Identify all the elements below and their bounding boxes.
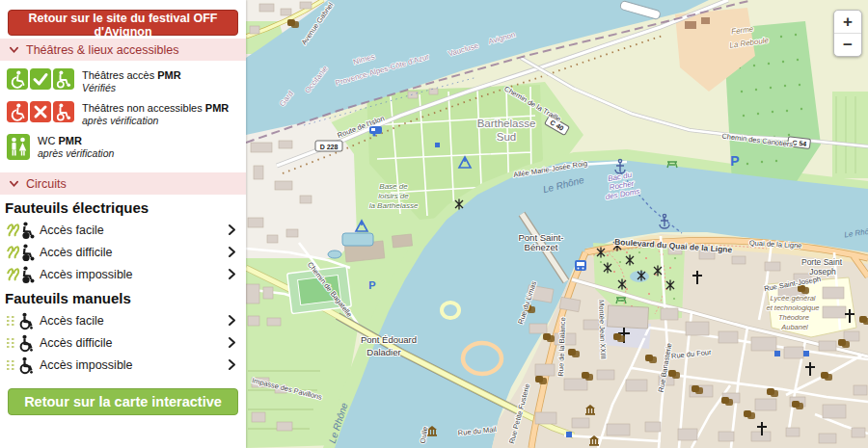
legend-row-accessible: Théâtres accès PMR Vérifiés [7,68,240,94]
electric-route-icon [5,265,40,284]
wheelchair-icon [7,101,28,122]
section-header-theatres[interactable]: Théâtres & lieux accessibles [0,39,246,61]
chevron-right-icon [219,336,242,349]
circuit-label: Accès facile [40,314,219,328]
legend: Théâtres accès PMR Vérifiés Théâtres non… [0,61,246,172]
circuit-label: Accès difficile [40,336,219,350]
circuit-label: Accès difficile [40,246,219,259]
circuit-label: Accès impossible [40,358,219,372]
chevron-right-icon [219,246,242,258]
wc-icon [7,134,30,160]
cross-x-icon [30,101,51,122]
circuit-electric-easy[interactable]: Accès facile [5,219,242,241]
legend-label-bold: PMR [205,102,229,114]
legend-label: Théâtres accès [82,69,154,81]
map[interactable]: P P D 228 C 40 C 54 Route de l'Islon Che… [246,0,868,448]
circuit-electric-difficult[interactable]: Accès difficile [5,241,242,263]
legend-text-wc: WC PMR après vérification [38,134,114,160]
chevron-right-icon [219,314,242,327]
section-theatres-label: Théâtres & lieux accessibles [26,43,178,57]
label-lycee: et technologique [766,303,819,312]
sidebar: Retour sur le site du festival OFF d'Avi… [0,0,246,448]
legend-text-not-accessible: Théâtres non accessibles PMR après vérif… [82,101,229,127]
manual-route-icon [5,356,40,375]
manual-wheelchairs-title: Fauteuils manuels [5,290,246,306]
label-pont-benezet: Bénezet [525,242,558,252]
label-base-loisirs: Base de [379,182,408,191]
label-lycee: Théodore [778,313,809,322]
label-lycee: Aubanel [780,323,808,331]
chevron-down-icon [9,44,19,55]
legend-row-wc: WC PMR après vérification [7,134,240,160]
electric-wheelchairs-title: Fauteuils électriques [5,199,246,216]
legend-sublabel: après vérification [82,115,229,127]
section-header-circuits[interactable]: Circuits [0,172,246,195]
accessibility-map-app: Retour sur le site du festival OFF d'Avi… [0,0,868,448]
electric-route-icon [5,221,40,240]
label-lycee: Lycée général [771,294,816,303]
bus-station-icon [575,260,586,271]
check-icon [30,68,51,90]
legend-text-accessible: Théâtres accès PMR Vérifiés [82,68,181,94]
shield-d228: D 228 [320,144,339,150]
circuit-manual-impossible[interactable]: Accès impossible [5,354,242,376]
legend-icons-accessible [7,68,74,90]
circuit-manual-easy[interactable]: Accès facile [5,309,242,331]
parking-icon: P [368,279,375,291]
chevron-right-icon [219,224,242,236]
section-circuits-label: Circuits [26,177,67,191]
legend-sublabel: après vérification [38,147,114,160]
label-barthelasse-sud: Sud [497,131,516,143]
legend-label-bold: PMR [58,135,81,146]
wheelchair-icon [7,68,28,90]
circuit-manual-difficult[interactable]: Accès difficile [5,331,242,354]
label-barthelasse: Barthelasse [477,118,536,129]
label-base-loisirs: la Barthelasse [369,201,419,210]
label-porte-st-joseph: Porte Saint [801,257,843,267]
zoom-in-button[interactable]: + [834,11,861,34]
zoom-control: + − [833,10,862,57]
circuit-electric-impossible[interactable]: Accès impossible [5,263,242,285]
circuit-label: Accès impossible [40,268,219,281]
legend-label: Théâtres non accessibles [82,102,203,114]
legend-sublabel: Vérifiés [82,82,181,94]
electric-route-icon [5,243,40,262]
legend-icons-wc [7,134,30,160]
label-base-loisirs: loisirs de [378,192,409,200]
manual-route-icon [5,311,40,330]
label-pont-daladier: Daladier [366,347,400,357]
legend-label-bold: PMR [157,69,180,81]
mobility-scooter-icon [53,68,74,90]
back-to-map-button[interactable]: Retour sur la carte interactive [8,388,238,415]
festival-site-button[interactable]: Retour sur le site du festival OFF d'Avi… [8,10,238,36]
label-pont-daladier: Pont Édouard [361,334,417,345]
chevron-down-icon [9,178,19,189]
chevron-right-icon [219,358,242,371]
legend-row-not-accessible: Théâtres non accessibles PMR après vérif… [7,101,240,127]
parking-icon: P [730,153,739,169]
zoom-out-button[interactable]: − [834,34,861,56]
chevron-right-icon [219,268,242,280]
legend-label: WC [38,135,55,146]
circuit-label: Accès facile [40,224,219,237]
legend-icons-not-accessible [7,101,74,122]
manual-route-icon [5,333,40,353]
mobility-scooter-icon [53,101,74,122]
